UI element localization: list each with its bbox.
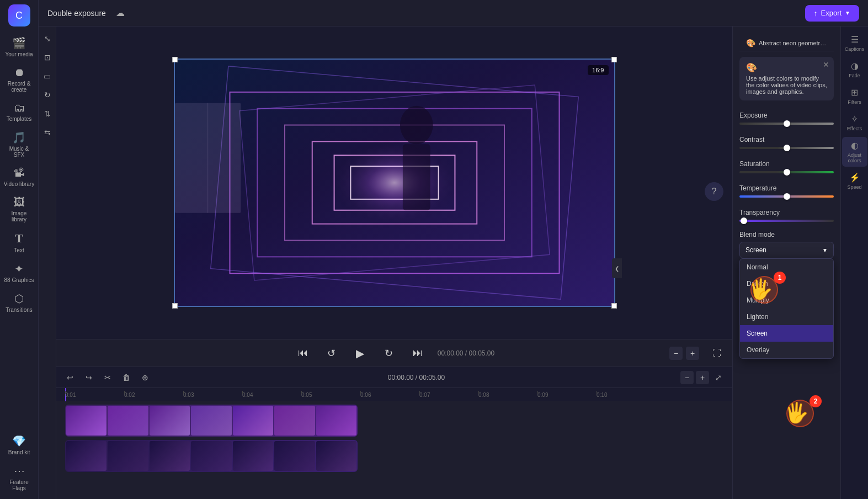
transparency-label: Transparency bbox=[739, 209, 834, 216]
sidebar-item-video-library[interactable]: 📽 Video library bbox=[2, 163, 37, 190]
sidebar-item-label: Feature Flags bbox=[4, 479, 35, 491]
redo-button[interactable]: ↪ bbox=[82, 370, 96, 385]
sidebar-item-templates[interactable]: 🗂 Templates bbox=[2, 98, 37, 125]
transparency-thumb[interactable] bbox=[741, 217, 747, 224]
sidebar-item-your-media[interactable]: 🎬 Your media bbox=[2, 33, 37, 61]
ruler-mark: 0:05 bbox=[301, 392, 360, 398]
sidebar-item-record-create[interactable]: ⏺ Record & create bbox=[2, 63, 37, 96]
track-thumb bbox=[316, 441, 356, 471]
crop-button[interactable]: ⊡ bbox=[40, 50, 55, 65]
sidebar-item-graphics[interactable]: ✦ 88 Graphics bbox=[2, 259, 37, 286]
topbar: Double exposure ☁ ↑ Export ▼ bbox=[39, 0, 868, 26]
timeline-expand-button[interactable]: ⤢ bbox=[711, 370, 726, 385]
zoom-in-button[interactable]: + bbox=[686, 347, 699, 360]
saturation-slider[interactable] bbox=[739, 171, 834, 173]
panel-header: 🎨 Abstract neon geometric seaml... bbox=[739, 33, 834, 51]
ruler-mark: 0:04 bbox=[242, 392, 301, 398]
skip-forward-button[interactable]: ⏭ bbox=[409, 344, 427, 362]
flip-v-button[interactable]: ⇅ bbox=[40, 106, 55, 121]
saturation-label: Saturation bbox=[739, 160, 834, 168]
aspect-button[interactable]: ▭ bbox=[40, 68, 55, 84]
transparency-slider[interactable] bbox=[739, 220, 834, 222]
corner-handle-br[interactable] bbox=[611, 303, 617, 309]
sidebar-item-label: Text bbox=[14, 247, 24, 253]
cloud-save-button[interactable]: ☁ bbox=[113, 6, 128, 21]
blend-option-screen[interactable]: Screen bbox=[740, 325, 833, 342]
rewind-button[interactable]: ↺ bbox=[323, 344, 340, 362]
main-area: Double exposure ☁ ↑ Export ▼ ⤡ ⊡ ▭ ↻ ⇅ ⇆ bbox=[39, 0, 868, 499]
cut-button[interactable]: ✂ bbox=[100, 370, 115, 385]
track-thumb bbox=[108, 441, 148, 471]
timeline-zoom-out-button[interactable]: − bbox=[680, 371, 694, 384]
sidebar-item-label: Brand kit bbox=[8, 449, 30, 455]
blend-dropdown-list: Normal Darken Multiply Lighten Screen Ov… bbox=[739, 258, 834, 359]
saturation-thumb[interactable] bbox=[784, 169, 790, 176]
temperature-slider[interactable] bbox=[739, 195, 834, 198]
filters-label: Filters bbox=[848, 99, 861, 105]
sidebar-item-image-library[interactable]: 🖼 Image library bbox=[2, 193, 37, 226]
track-video2[interactable] bbox=[65, 440, 358, 472]
flip-h-button[interactable]: ⇆ bbox=[40, 125, 55, 140]
saturation-row: Saturation bbox=[739, 156, 834, 173]
exposure-thumb[interactable] bbox=[784, 120, 790, 127]
speed-button[interactable]: ⚡ Speed bbox=[842, 169, 867, 193]
temperature-thumb[interactable] bbox=[784, 193, 790, 200]
corner-handle-tr[interactable] bbox=[611, 57, 617, 62]
blend-mode-selected[interactable]: Screen ▼ bbox=[739, 242, 834, 258]
info-close-button[interactable]: ✕ bbox=[823, 60, 829, 69]
blend-option-multiply[interactable]: Multiply bbox=[740, 292, 833, 309]
contrast-thumb[interactable] bbox=[784, 145, 790, 151]
blend-option-lighten[interactable]: Lighten bbox=[740, 309, 833, 325]
timeline-timecode: 00:00.00 / 00:05.00 bbox=[388, 374, 445, 381]
collapse-arrow[interactable]: ❮ bbox=[612, 258, 622, 278]
fade-button[interactable]: ◑ Fade bbox=[842, 57, 867, 82]
info-text: Use adjust colors to modify the color va… bbox=[746, 75, 827, 95]
blend-mode-dropdown[interactable]: Screen ▼ Normal Darken Multiply Lighten … bbox=[739, 242, 834, 258]
undo-button[interactable]: ↩ bbox=[63, 370, 77, 385]
track-video1[interactable] bbox=[65, 405, 358, 437]
delete-button[interactable]: 🗑 bbox=[119, 370, 134, 385]
zoom-out-button[interactable]: − bbox=[669, 347, 683, 360]
rotate-button[interactable]: ↻ bbox=[40, 87, 55, 103]
blend-option-darken[interactable]: Darken bbox=[740, 275, 833, 292]
sidebar-item-brand-kit[interactable]: 💎 Brand kit bbox=[2, 431, 37, 459]
topbar-title: Double exposure bbox=[47, 9, 106, 18]
fullscreen-button[interactable]: ⛶ bbox=[712, 348, 721, 358]
timeline-zoom-in-button[interactable]: + bbox=[696, 371, 709, 384]
track-thumb bbox=[191, 441, 231, 471]
corner-handle-tl[interactable] bbox=[172, 57, 178, 62]
content-area: ⤡ ⊡ ▭ ↻ ⇅ ⇆ bbox=[39, 26, 868, 499]
skip-back-button[interactable]: ⏮ bbox=[294, 344, 312, 362]
image-library-icon: 🖼 bbox=[14, 196, 25, 209]
sidebar-item-transitions[interactable]: ⬡ Transitions bbox=[2, 289, 37, 316]
ruler-marks: 0:01 0:02 0:03 0:04 0:05 0:06 0:07 0:08 … bbox=[65, 392, 732, 398]
sidebar-item-feature-flags[interactable]: ⋯ Feature Flags bbox=[2, 461, 37, 495]
contrast-slider[interactable] bbox=[739, 147, 834, 149]
exposure-slider[interactable] bbox=[739, 123, 834, 125]
add-clip-button[interactable]: ⊕ bbox=[138, 370, 152, 385]
help-button[interactable]: ? bbox=[705, 182, 723, 201]
svg-rect-11 bbox=[402, 144, 430, 210]
play-button[interactable]: ▶ bbox=[352, 344, 369, 362]
export-button[interactable]: ↑ Export ▼ bbox=[805, 5, 859, 22]
sidebar-item-text[interactable]: T Text bbox=[2, 228, 37, 257]
filters-icon: ⊞ bbox=[851, 87, 858, 98]
blend-option-overlay[interactable]: Overlay bbox=[740, 342, 833, 358]
transitions-icon: ⬡ bbox=[14, 292, 24, 305]
filters-button[interactable]: ⊞ Filters bbox=[842, 84, 867, 108]
captions-button[interactable]: ☰ Captions bbox=[842, 31, 867, 55]
ruler-mark: 0:07 bbox=[419, 392, 478, 398]
blend-mode-value: Screen bbox=[745, 246, 766, 254]
forward-button[interactable]: ↻ bbox=[380, 344, 398, 362]
track-thumb bbox=[233, 406, 273, 436]
timeline: ↩ ↪ ✂ 🗑 ⊕ 00:00.00 / 00:05.00 − + ⤢ bbox=[56, 367, 732, 499]
corner-handle-bl[interactable] bbox=[172, 303, 178, 309]
adjust-colors-button[interactable]: ◐ Adjust colors bbox=[842, 137, 867, 167]
adjust-label: Adjust colors bbox=[843, 152, 866, 163]
video-preview: 16:9 ? ❮ bbox=[56, 26, 732, 339]
aspect-ratio-badge: 16:9 bbox=[588, 65, 608, 75]
blend-option-normal[interactable]: Normal bbox=[740, 259, 833, 275]
sidebar-item-music[interactable]: 🎵 Music & SFX bbox=[2, 128, 37, 161]
effects-button[interactable]: ✧ Effects bbox=[842, 110, 867, 135]
fit-button[interactable]: ⤡ bbox=[40, 31, 55, 46]
